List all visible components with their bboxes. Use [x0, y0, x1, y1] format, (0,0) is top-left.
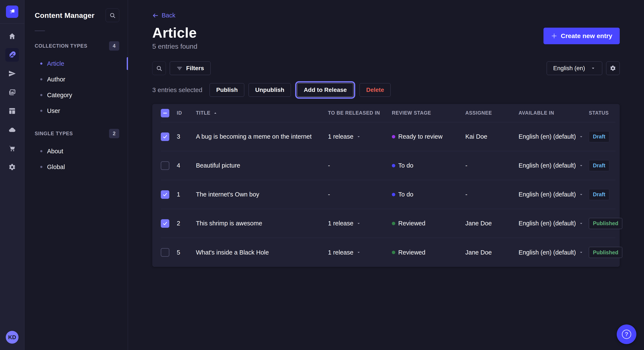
column-header-status: STATUS [589, 110, 616, 116]
cell-review-stage: Reviewed [392, 249, 465, 256]
rail-item-settings[interactable] [5, 160, 19, 174]
release-dropdown[interactable]: 1 release [328, 133, 392, 140]
rail-item-content-manager[interactable] [5, 48, 19, 62]
cell-status: Draft [589, 189, 616, 200]
list-search-button[interactable] [152, 61, 166, 75]
release-dropdown[interactable]: - [328, 162, 392, 169]
column-header-title[interactable]: TITLE [196, 110, 328, 116]
bullet-icon [40, 110, 42, 112]
add-to-release-button[interactable]: Add to Release [297, 83, 353, 97]
bullet-icon [40, 62, 42, 65]
layout-icon [8, 107, 16, 115]
rail-item-content-type-builder[interactable] [5, 104, 19, 118]
sidebar-nav-item[interactable]: Global [35, 159, 119, 175]
unpublish-button[interactable]: Unpublish [248, 83, 291, 97]
sidebar-nav-item[interactable]: Author [35, 71, 119, 87]
chevron-down-icon [579, 221, 584, 226]
entries-table: ID TITLE TO BE RELEASED IN REVIEW STAGE … [152, 104, 620, 267]
content-manager-sidebar: Content Manager COLLECTION TYPES 4 Artic… [24, 0, 128, 350]
check-icon [162, 221, 168, 226]
select-all-checkbox[interactable] [161, 109, 169, 117]
strapi-logo[interactable] [6, 5, 18, 18]
sort-ascending-icon [213, 111, 218, 116]
plus-icon [551, 33, 557, 39]
check-icon [162, 192, 168, 197]
filter-icon [176, 65, 183, 71]
cell-id: 4 [177, 162, 196, 169]
cell-status: Published [589, 247, 616, 258]
sidebar-nav-item[interactable]: About [35, 143, 119, 159]
sidebar-nav-item[interactable]: Category [35, 87, 119, 103]
delete-button[interactable]: Delete [360, 83, 390, 97]
cell-id: 1 [177, 191, 196, 198]
rail-item-media-library[interactable] [5, 85, 19, 99]
table-row[interactable]: 3 A bug is becoming a meme on the intern… [161, 122, 616, 151]
column-header-available: AVAILABLE IN [518, 110, 589, 116]
cell-assignee: Jane Doe [465, 220, 518, 227]
help-button[interactable]: ? [617, 325, 636, 344]
gear-icon [8, 163, 16, 171]
rail-item-marketplace[interactable] [5, 142, 19, 155]
column-header-assignee: ASSIGNEE [465, 110, 518, 116]
back-link[interactable]: Back [152, 12, 175, 19]
cell-title: A bug is becoming a meme on the internet [196, 133, 328, 140]
status-badge: Published [589, 247, 622, 258]
cell-id: 2 [177, 220, 196, 227]
column-header-release: TO BE RELEASED IN [328, 110, 392, 116]
table-row[interactable]: 4 Beautiful picture - To do - English (e… [161, 151, 616, 180]
cloud-icon [8, 126, 16, 134]
row-checkbox[interactable] [161, 248, 169, 257]
search-icon [156, 65, 162, 71]
view-settings-button[interactable] [606, 61, 620, 75]
sidebar-divider [35, 31, 45, 31]
cell-assignee: - [465, 191, 518, 198]
chevron-down-icon [579, 134, 584, 139]
user-avatar[interactable]: KD [6, 331, 18, 344]
page-title: Article [152, 25, 198, 41]
table-row[interactable]: 2 This shrimp is awesome 1 release Revie… [161, 209, 616, 238]
table-row[interactable]: 5 What's inside a Black Hole 1 release R… [161, 238, 616, 267]
cell-status: Draft [589, 131, 616, 142]
locale-dropdown[interactable]: English (en) (default) [518, 133, 589, 140]
chevron-down-icon [356, 134, 361, 139]
sidebar-search-button[interactable] [106, 8, 119, 22]
sidebar-nav-item[interactable]: User [35, 103, 119, 119]
release-dropdown[interactable]: 1 release [328, 249, 392, 256]
locale-select[interactable]: English (en) [547, 61, 602, 75]
row-checkbox[interactable] [161, 133, 169, 141]
cell-title: Beautiful picture [196, 162, 328, 169]
cell-status: Draft [589, 160, 616, 171]
cell-title: What's inside a Black Hole [196, 249, 328, 256]
release-dropdown[interactable]: - [328, 191, 392, 198]
filters-button[interactable]: Filters [170, 61, 210, 75]
cell-status: Published [589, 218, 616, 229]
locale-dropdown[interactable]: English (en) (default) [518, 249, 589, 256]
selection-count: 3 entries selected [152, 86, 202, 94]
publish-button[interactable]: Publish [210, 83, 244, 97]
rail-item-releases[interactable] [5, 67, 19, 80]
search-icon [109, 12, 116, 18]
row-checkbox[interactable] [161, 190, 169, 199]
locale-dropdown[interactable]: English (en) (default) [518, 162, 589, 169]
cell-assignee: - [465, 162, 518, 169]
collection-types-label: COLLECTION TYPES [35, 43, 87, 49]
rail-item-home[interactable] [5, 29, 19, 43]
sidebar-nav-item[interactable]: Article [35, 56, 119, 71]
status-badge: Draft [589, 131, 609, 142]
row-checkbox[interactable] [161, 161, 169, 170]
chevron-down-icon [356, 221, 361, 226]
rail-item-deploy[interactable] [5, 123, 19, 137]
chevron-down-icon [579, 192, 584, 197]
cell-review-stage: Reviewed [392, 220, 465, 227]
cell-review-stage: Ready to review [392, 133, 465, 140]
rail-divider [0, 23, 24, 24]
row-checkbox[interactable] [161, 219, 169, 228]
locale-dropdown[interactable]: English (en) (default) [518, 220, 589, 227]
locale-dropdown[interactable]: English (en) (default) [518, 191, 589, 198]
release-dropdown[interactable]: 1 release [328, 220, 392, 227]
column-header-id: ID [177, 110, 196, 116]
create-new-entry-button[interactable]: Create new entry [544, 28, 620, 44]
cell-id: 3 [177, 133, 196, 140]
cell-assignee: Kai Doe [465, 133, 518, 140]
table-row[interactable]: 1 The internet's Own boy - To do - Engli… [161, 180, 616, 209]
